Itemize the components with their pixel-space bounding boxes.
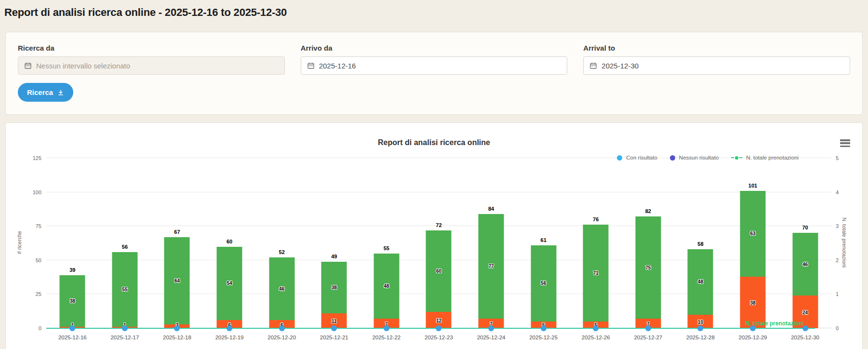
- stacked-bar[interactable]: 71576: [583, 158, 609, 328]
- bar-group: 64367: [151, 158, 203, 328]
- x-axis-label: 2025-12-20: [255, 335, 308, 340]
- x-axis-label: 2025-12-26: [570, 335, 622, 340]
- bar-total-label: 70: [792, 225, 818, 230]
- segment-value-label: 46: [802, 262, 808, 267]
- legend-item[interactable]: Nessun risultato: [670, 155, 719, 161]
- segment-value-label: 60: [436, 268, 441, 274]
- bar-segment-con-risultato[interactable]: 48: [688, 249, 713, 315]
- stacked-bar[interactable]: 6338101: [740, 158, 766, 328]
- x-axis-label: 2025-12-18: [151, 335, 203, 340]
- bar-total-label: 49: [321, 254, 347, 259]
- x-axis-label: 2025-12-24: [465, 335, 518, 340]
- data-point-marker[interactable]: [227, 325, 232, 331]
- bar-segment-con-risultato[interactable]: 38: [321, 262, 347, 313]
- bar-total-label: 84: [479, 206, 504, 212]
- stacked-bar[interactable]: 48755: [374, 158, 399, 328]
- bar-group: 48755: [361, 158, 413, 328]
- bar-segment-con-risultato[interactable]: 64: [164, 237, 190, 324]
- bar-segment-con-risultato[interactable]: 71: [583, 225, 609, 322]
- search-range-input[interactable]: Nessun intervallo selezionato: [18, 56, 285, 75]
- bar-segment-con-risultato[interactable]: 54: [217, 247, 242, 320]
- bar-group: 601272: [413, 158, 465, 328]
- data-point-marker[interactable]: [541, 325, 547, 331]
- bar-total-label: 58: [688, 241, 713, 247]
- stacked-bar[interactable]: 77784: [479, 158, 504, 328]
- arrival-to-value: 2025-12-30: [601, 62, 639, 70]
- calendar-icon: [24, 62, 32, 69]
- bar-segment-con-risultato[interactable]: 77: [479, 214, 504, 319]
- bar-total-label: 56: [112, 244, 137, 250]
- stacked-bar[interactable]: 56561: [531, 158, 556, 328]
- y-tick-label: 50: [36, 257, 41, 263]
- stacked-bar[interactable]: 75782: [635, 158, 661, 328]
- y-tick-label: 100: [33, 189, 41, 195]
- stacked-bar[interactable]: 54660: [217, 158, 242, 328]
- bar-segment-con-risultato[interactable]: 63: [740, 191, 766, 277]
- bar-segment-con-risultato[interactable]: 75: [635, 216, 661, 319]
- data-point-marker[interactable]: [488, 325, 494, 331]
- segment-value-label: 10: [688, 320, 713, 325]
- bar-total-label: 52: [269, 249, 294, 255]
- legend-item[interactable]: N. totale prenotazioni: [731, 155, 799, 161]
- x-axis-label: 2025-12-19: [203, 335, 256, 340]
- bar-group: 481058: [674, 158, 727, 328]
- bar-group: 46652: [255, 158, 308, 328]
- x-axis-label: 2025-12-28: [674, 335, 727, 340]
- bar-group: 75782: [622, 158, 675, 328]
- bar-segment-con-risultato[interactable]: 48: [374, 254, 399, 319]
- calendar-icon: [307, 62, 315, 69]
- bar-group: 55156: [99, 158, 151, 328]
- ricerca-button-label: Ricerca: [27, 88, 53, 96]
- segment-value-label: 64: [174, 278, 180, 283]
- chart-panel: Report di analisi ricerca online Con ris…: [5, 122, 863, 349]
- data-point-marker[interactable]: [174, 325, 180, 331]
- bar-total-label: 101: [740, 183, 766, 188]
- bar-segment-con-risultato[interactable]: 56: [531, 245, 556, 322]
- data-point-marker[interactable]: [122, 325, 128, 331]
- stacked-bar[interactable]: 462470: [792, 158, 818, 328]
- data-point-marker[interactable]: [593, 325, 599, 331]
- stacked-bar[interactable]: 601272: [426, 158, 452, 328]
- data-point-marker[interactable]: [384, 325, 389, 331]
- stacked-bar[interactable]: 481058: [688, 158, 713, 328]
- legend-item[interactable]: Con risultato: [617, 155, 657, 161]
- bar-segment-con-risultato[interactable]: 46: [269, 257, 294, 320]
- data-point-marker[interactable]: [69, 325, 75, 331]
- bar-total-label: 60: [217, 239, 242, 244]
- bar-segment-con-risultato[interactable]: 60: [426, 230, 452, 312]
- x-axis-label: 2025-12-25: [517, 335, 570, 340]
- arrival-from-input[interactable]: 2025-12-16: [301, 56, 568, 75]
- segment-value-label: 46: [279, 286, 284, 292]
- segment-value-label: 48: [384, 283, 389, 289]
- bar-total-label: 72: [426, 222, 452, 228]
- data-point-marker[interactable]: [645, 325, 651, 331]
- bar-group: 6338101: [727, 158, 779, 328]
- stacked-bar[interactable]: 381149: [321, 158, 347, 328]
- bar-total-label: 82: [635, 208, 661, 214]
- x-axis-label: 2025-12-21: [308, 335, 361, 340]
- ricerca-button[interactable]: Ricerca: [18, 83, 73, 102]
- data-point-marker[interactable]: [697, 325, 703, 331]
- y-tick-label: 0: [836, 325, 839, 331]
- x-axis-label: 2025-12-29: [727, 335, 779, 340]
- data-point-marker[interactable]: [331, 325, 337, 331]
- stacked-bar[interactable]: 46652: [269, 158, 294, 328]
- calendar-icon: [589, 62, 597, 69]
- data-point-marker[interactable]: [279, 325, 285, 331]
- legend-label: Con risultato: [626, 155, 657, 161]
- arrival-to-input[interactable]: 2025-12-30: [583, 56, 850, 75]
- stacked-bar[interactable]: 64367: [164, 158, 190, 328]
- stacked-bar[interactable]: 38139: [60, 158, 85, 328]
- bar-segment-con-risultato[interactable]: 38: [60, 275, 85, 327]
- y-tick-label: 2: [836, 257, 839, 263]
- data-point-marker[interactable]: [436, 325, 441, 331]
- stacked-bar[interactable]: 55156: [112, 158, 137, 328]
- chart-title: Report di analisi ricerca online: [6, 138, 862, 147]
- bar-segment-con-risultato[interactable]: 55: [112, 252, 137, 327]
- plot-area: 3813955156643675466046652381149487556012…: [46, 158, 831, 328]
- segment-value-label: 48: [698, 279, 703, 284]
- legend-marker-circle-icon: [617, 155, 622, 161]
- segment-value-label: 38: [740, 300, 766, 306]
- search-range-label: Ricerca da: [18, 44, 285, 52]
- bar-segment-con-risultato[interactable]: 46: [792, 233, 818, 295]
